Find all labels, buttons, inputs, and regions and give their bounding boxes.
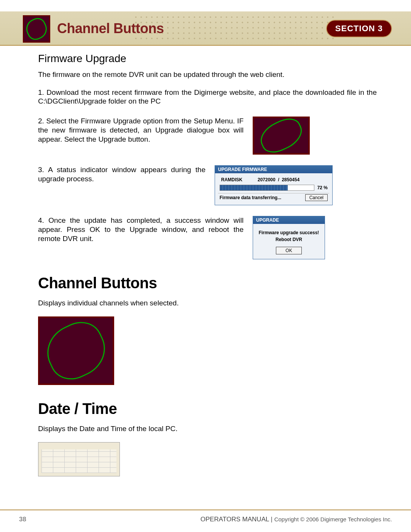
progress-percent: 72 % (317, 185, 328, 190)
progress-bytes-sep: / (278, 177, 279, 182)
step-2: 2. Select the Firmware Upgrade option fr… (38, 117, 244, 144)
footer-manual: OPERATORS MANUAL (201, 516, 269, 523)
firmware-intro: The firmware on the remote DVR unit can … (38, 70, 377, 80)
footer-sep: | (269, 516, 274, 523)
progress-bytes-total: 2850454 (282, 177, 299, 182)
header-icon (23, 15, 50, 43)
footer-copyright-word: Copyright (274, 516, 300, 522)
page-number: 38 (19, 516, 26, 523)
success-line1: Firmware upgrade success! (256, 229, 322, 236)
channel-buttons-text: Displays individual channels when select… (38, 299, 377, 308)
date-time-heading: Date / Time (38, 400, 377, 417)
progress-bytes-done: 2072000 (258, 177, 276, 182)
success-line2: Reboot DVR (256, 236, 322, 243)
cancel-button[interactable]: Cancel (305, 194, 328, 201)
channel-buttons-image (38, 316, 114, 385)
progress-label: RAMDISK (221, 177, 242, 182)
progress-bar (220, 185, 314, 191)
channel-buttons-heading: Channel Buttons (38, 275, 377, 292)
date-time-image (38, 442, 120, 476)
success-dialog-title: UPGRADE (253, 216, 325, 224)
ok-button[interactable]: OK (276, 247, 301, 254)
step-1: 1. Download the most recent firmware fro… (38, 88, 377, 106)
step-4: 4. Once the update has completed, a succ… (38, 216, 244, 243)
section-badge: SECTION 3 (326, 20, 392, 37)
header-title: Channel Buttons (57, 21, 164, 37)
progress-dialog: UPGRADE FIRMWARE RAMDISK 2072000 / 28504… (215, 165, 333, 205)
progress-dialog-title: UPGRADE FIRMWARE (215, 166, 332, 173)
success-dialog: UPGRADE Firmware upgrade success! Reboot… (253, 216, 325, 259)
copyright-icon: © (300, 516, 304, 522)
progress-status: Firmware data transferring... (220, 195, 281, 200)
date-time-text: Displays the Date and Time of the local … (38, 424, 377, 434)
progress-fill (220, 185, 288, 190)
page-header: Channel Buttons SECTION 3 (0, 11, 411, 46)
upgrade-thumbnail (253, 117, 310, 155)
step-3: 3. A status indicator window appears dur… (38, 165, 206, 184)
page-footer: 38 OPERATORS MANUAL | Copyright © 2006 D… (0, 510, 411, 532)
firmware-heading: Firmware Upgrade (38, 53, 377, 65)
footer-copyright-rest: 2006 Digimerge Technologies Inc. (304, 516, 392, 522)
